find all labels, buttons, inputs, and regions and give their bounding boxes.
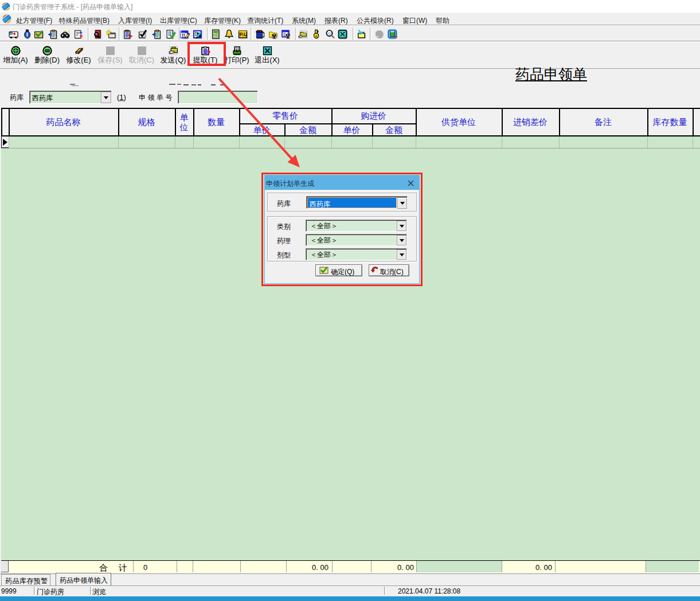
svg-text:P.U: P.U: [240, 32, 248, 37]
